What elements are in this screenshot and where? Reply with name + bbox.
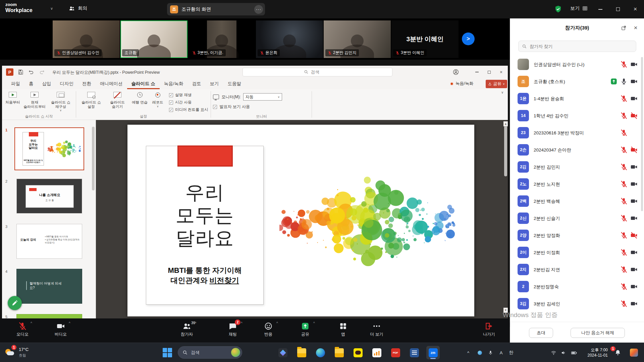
screen-share-indicator[interactable]: 조 조규황의 화면 ··· [167,3,265,15]
toolbar-button-participants[interactable]: 39^참가자 [171,318,203,343]
undo-icon[interactable] [28,69,34,75]
ribbon-tab[interactable]: 삽입 [38,78,56,89]
participant-row[interactable]: 23202320616 3분반 박정미 [510,124,644,141]
meeting-tab[interactable]: 회의 [69,5,87,11]
volume-icon[interactable] [559,343,568,362]
unmute-me-button[interactable]: 나만 음소거 해제 [571,328,625,338]
ime-language[interactable]: 한 [507,343,515,362]
scrollbar-thumb[interactable] [504,126,507,176]
video-tile[interactable]: 윤은희 [256,20,323,58]
toolbar-button-apps[interactable]: 앱 [327,318,359,343]
participant-row[interactable]: 22분반정명숙 [510,278,644,295]
window-close-button[interactable]: × [627,0,644,18]
chevron-up-icon[interactable]: ^ [313,321,315,325]
ppt-close-button[interactable]: × [497,68,505,76]
weather-widget[interactable]: 1 17°C 흐림 [3,343,60,362]
taskbar-clock[interactable]: 오후 7:00 2024-11-01 [576,347,608,358]
participant-row[interactable]: 2지2분반김 지연 [510,261,644,278]
chevron-up-icon[interactable]: ^ [31,321,32,325]
tray-app-icon[interactable] [476,343,484,362]
taskbar-app-kakaotalk[interactable] [351,346,365,359]
participant-search-input[interactable] [530,44,624,49]
ribbon-button[interactable]: 현재 슬라이드부터 [21,90,48,109]
ribbon-tab[interactable]: 디자인 [56,78,78,89]
participant-row[interactable]: 3김3분반 김세인 [510,295,644,312]
participant-row[interactable]: 1윤1-4분반 윤승희 [510,90,644,107]
ribbon-tab[interactable]: 애니메이션 [96,78,127,89]
participant-search[interactable] [518,41,636,52]
chevron-up-icon[interactable]: ^ [195,321,197,325]
video-tile[interactable]: 2분반 김민지 [324,20,391,58]
ppt-search-box[interactable] [243,68,392,76]
close-panel-icon[interactable]: × [632,24,640,32]
chevron-up-icon[interactable]: ^ [69,321,70,325]
ribbon-collapse-chevron[interactable]: ∨ [501,90,503,94]
participant-row[interactable]: 조조규황 (호스트) [510,73,644,90]
redo-icon[interactable] [39,69,45,75]
monitor-select[interactable]: 자동 ∨ [243,93,282,101]
record-toggle[interactable]: 녹음/녹화 [450,81,473,86]
ribbon-button[interactable]: 레코드∨ [149,90,166,109]
ribbon-tab[interactable]: 전환 [78,78,96,89]
slide-thumbnail-2[interactable]: 나를 소개해요 조 규 황 [16,179,82,214]
toolbar-button-video[interactable]: ^비디오 [45,318,77,343]
video-tile[interactable]: 3분반, 이기금. [188,20,255,58]
slide-page[interactable]: 우리 모두는 달라요 MBTI를 통한 자기이해 대인관계와 비전찾기 [127,125,474,316]
ppt-restore-button[interactable] [485,68,493,76]
slide-thumbnail-1[interactable]: 우리 모두는 달라요 MBTI를 통한 자기이해 대인관계와 비전찾기 [14,127,84,170]
tray-expand-caret[interactable]: ^ [464,343,472,362]
participant-row[interactable]: 2이2분반 이정희 [510,244,644,261]
taskbar-app-photos[interactable] [276,346,289,359]
ppt-minimize-button[interactable] [473,68,481,76]
scroll-down-icon[interactable]: ▼ [503,308,508,313]
window-maximize-button[interactable] [609,0,627,18]
slide-thumbnail-5[interactable] [16,314,82,318]
taskbar-app-edge[interactable] [314,346,327,359]
chevron-up-icon[interactable]: ^ [241,321,243,325]
leave-meeting-button[interactable]: 나가기 [473,318,505,343]
invite-button[interactable]: 초대 [529,328,553,338]
toolbar-button-reactions[interactable]: ^반응 [252,318,284,343]
participant-row[interactable]: 2노2분반 노지현 [510,176,644,193]
view-button[interactable]: 보기 [570,5,588,11]
start-button[interactable] [162,348,172,358]
ribbon-tab[interactable]: 파일 [7,78,24,89]
ribbon-tab[interactable]: 검토 [188,78,206,89]
wifi-icon[interactable] [549,343,557,362]
checkbox-checked-icon[interactable]: ✓ [169,108,173,112]
participant-row[interactable]: 인권상담센터 김수인 (나) [510,56,644,73]
notification-bell-icon[interactable] [614,349,621,356]
participant-row[interactable]: 2손202420347 손아란 [510,141,644,159]
chevron-down-icon[interactable]: ∨ [50,6,53,11]
ribbon-button[interactable]: 슬라이드 쇼 설정 [78,90,104,109]
checkbox-checked-icon[interactable]: ✓ [169,93,173,97]
ppt-share-button[interactable]: 공유 ∨ [486,80,507,88]
window-minimize-button[interactable] [592,0,609,18]
video-tile[interactable]: 3분반 이혜인3분반 이혜인 [391,20,459,58]
presenter-view-checkbox[interactable]: ✓ [213,105,217,109]
ribbon-tab[interactable]: 보기 [206,78,223,89]
ribbon-tab[interactable]: 슬라이드 쇼 [127,78,160,89]
taskbar-app-chart[interactable] [370,346,383,359]
popout-icon[interactable] [620,24,628,32]
scroll-up-icon[interactable]: ▲ [503,121,508,126]
next-videos-button[interactable]: > [462,33,475,45]
participant-row[interactable]: 2신2분반 신슬기 [510,210,644,227]
taskbar-search[interactable]: 검색 [178,346,242,359]
ribbon-button[interactable]: 처음부터 [4,90,21,105]
slide-thumbnail-3[interactable]: 오늘의 강의 • MBTI를 통한 자기이해 • 성격유형별 특성 이해 (대인… [16,224,82,259]
video-tile[interactable]: 인권상담센터 김수인 [53,20,120,58]
ribbon-tab[interactable]: 녹음/녹화 [160,78,188,89]
ribbon-tab[interactable]: 도움말 [223,78,246,89]
ribbon-tab[interactable]: 홈 [24,78,38,89]
participant-row[interactable]: 2김2분반 김민지 [510,159,644,176]
taskbar-app-notebook[interactable] [408,346,421,359]
widgets-corner-icon[interactable] [630,349,638,357]
toolbar-button-chat[interactable]: 2^채팅 [217,318,249,343]
participant-row[interactable]: 2양2분반 양정화 [510,227,644,244]
ribbon-button[interactable]: 예행 연습 [130,90,149,109]
toolbar-button-mic-off[interactable]: ^오디오 [6,318,39,343]
participant-row[interactable]: 2백2분반 백승혜 [510,193,644,210]
video-tile[interactable]: 조규황 [120,20,187,58]
save-icon[interactable] [17,69,23,75]
